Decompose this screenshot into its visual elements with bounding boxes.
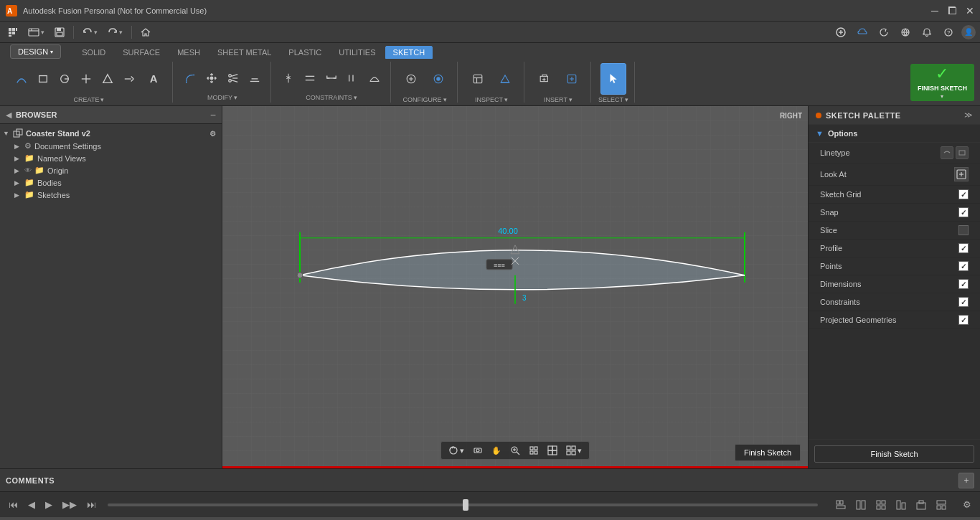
- nav-orbit-button[interactable]: ▾: [446, 444, 467, 457]
- nav-pan-button[interactable]: ✋: [489, 445, 504, 457]
- fillet-tool[interactable]: [180, 67, 200, 90]
- finish-sketch-bottom-button[interactable]: Finish Sketch: [735, 444, 801, 461]
- circle-tool[interactable]: [55, 67, 75, 90]
- grid-menu-button[interactable]: [4, 25, 22, 39]
- viewport-tools-button-5[interactable]: [913, 498, 930, 511]
- viewport-tools-button-6[interactable]: [933, 498, 950, 511]
- constraints-dropdown-icon[interactable]: ▾: [354, 94, 357, 101]
- viewport-tools-button-4[interactable]: [892, 498, 910, 511]
- rectangle-tool[interactable]: [33, 67, 53, 90]
- insert-tool-2[interactable]: [559, 63, 585, 95]
- linetype-icon-2[interactable]: [956, 146, 969, 159]
- nav-zoom-button[interactable]: [507, 444, 523, 457]
- redo-button[interactable]: ▾: [104, 25, 126, 39]
- finish-sketch-button[interactable]: ✓ FINISH SKETCH ▾: [910, 64, 974, 101]
- timeline-track[interactable]: [108, 504, 818, 506]
- refresh-button[interactable]: [875, 25, 892, 39]
- viewport-tools-button-3[interactable]: [872, 498, 890, 511]
- horizontal-tool[interactable]: [321, 67, 341, 90]
- globe-button[interactable]: [897, 25, 914, 39]
- save-button[interactable]: [51, 25, 68, 39]
- offset-tool[interactable]: [245, 67, 265, 90]
- points-checkbox[interactable]: [958, 261, 969, 271]
- tree-origin-eye-icon[interactable]: 👁: [24, 166, 32, 174]
- sketch-grid-checkbox[interactable]: [958, 189, 969, 199]
- look-at-button[interactable]: [954, 167, 969, 181]
- timeline-go-start-button[interactable]: ⏮: [6, 498, 21, 511]
- create-dropdown-icon[interactable]: ▾: [100, 96, 104, 103]
- configure-tool-1[interactable]: [398, 63, 424, 95]
- user-avatar[interactable]: 👤: [961, 25, 976, 39]
- modify-dropdown-icon[interactable]: ▾: [234, 94, 237, 101]
- tree-root[interactable]: ▼ Coaster Stand v2 ⚙: [0, 127, 222, 140]
- tangent-tool[interactable]: [364, 67, 385, 90]
- timeline-next-button[interactable]: ▶▶: [60, 498, 80, 511]
- trim-tool[interactable]: [223, 67, 243, 90]
- slice-checkbox[interactable]: [958, 225, 969, 235]
- help-button[interactable]: ?: [940, 25, 957, 39]
- constraints-checkbox[interactable]: [958, 297, 969, 307]
- options-header[interactable]: ▼ Options: [809, 125, 980, 143]
- tab-mesh[interactable]: MESH: [169, 46, 208, 59]
- nav-look-from-button[interactable]: [470, 444, 486, 457]
- restore-button[interactable]: ⧠: [947, 5, 957, 16]
- snap-checkbox[interactable]: [958, 207, 969, 217]
- tab-utilities[interactable]: UTILITIES: [331, 46, 383, 59]
- viewport-tools-button-1[interactable]: [832, 498, 849, 511]
- inspect-tool-1[interactable]: [465, 63, 491, 95]
- notification-button[interactable]: [918, 25, 936, 39]
- point-tool[interactable]: [76, 67, 96, 90]
- file-menu-button[interactable]: ▾: [24, 25, 48, 39]
- dimensions-checkbox[interactable]: [958, 279, 969, 289]
- linetype-icon-1[interactable]: [941, 146, 953, 159]
- inspect-dropdown-icon[interactable]: ▾: [504, 96, 508, 103]
- undo-button[interactable]: ▾: [79, 25, 101, 39]
- sketch-palette-expand-icon[interactable]: ≫: [964, 110, 973, 120]
- select-tool[interactable]: [600, 63, 626, 95]
- insert-tool-1[interactable]: [532, 63, 557, 95]
- configure-tool-2[interactable]: [425, 63, 451, 95]
- tab-solid[interactable]: SOLID: [74, 46, 113, 59]
- arc-tool[interactable]: [11, 67, 32, 90]
- profile-checkbox[interactable]: [958, 243, 969, 253]
- viewport-tools-button-2[interactable]: [852, 498, 870, 511]
- timeline-playhead[interactable]: [463, 499, 468, 511]
- tree-named-views[interactable]: ▶ 📁 Named Views: [0, 152, 222, 164]
- home-button[interactable]: [137, 25, 154, 39]
- add-button[interactable]: [832, 25, 849, 39]
- equal-tool[interactable]: [300, 67, 320, 90]
- tab-sketch[interactable]: SKETCH: [385, 46, 433, 59]
- window-controls[interactable]: ─ ⧠ ✕: [931, 5, 974, 16]
- tree-bodies[interactable]: ▶ 📁 Bodies: [0, 176, 222, 189]
- nav-grid-display-button[interactable]: ▾: [563, 444, 585, 457]
- timeline-settings-button[interactable]: ⚙: [960, 498, 974, 511]
- polygon-tool[interactable]: [98, 67, 118, 90]
- inspect-tool-2[interactable]: [492, 63, 518, 95]
- timeline-go-end-button[interactable]: ⏭: [84, 498, 99, 511]
- cloud-button[interactable]: [854, 25, 871, 39]
- timeline-prev-button[interactable]: ◀: [25, 498, 38, 511]
- browser-minimize-icon[interactable]: −: [210, 109, 216, 120]
- select-dropdown-icon[interactable]: ▾: [625, 96, 628, 103]
- configure-dropdown-icon[interactable]: ▾: [443, 96, 447, 103]
- text-tool[interactable]: A: [141, 63, 166, 95]
- parallel-tool[interactable]: [343, 67, 363, 90]
- comments-add-button[interactable]: +: [958, 473, 974, 488]
- viewport[interactable]: RIGHT 40.00 3 !: [222, 106, 808, 468]
- timeline-play-button[interactable]: ▶: [42, 498, 55, 511]
- tree-document-settings[interactable]: ▶ ⚙ Document Settings: [0, 140, 222, 152]
- tree-sketches[interactable]: ▶ 📁 Sketches: [0, 189, 222, 201]
- extend-tool[interactable]: [119, 67, 139, 90]
- tab-sheet-metal[interactable]: SHEET METAL: [209, 46, 279, 59]
- tab-plastic[interactable]: PLASTIC: [281, 46, 329, 59]
- insert-dropdown-icon[interactable]: ▾: [569, 96, 573, 103]
- tree-origin[interactable]: ▶ 👁 📁 Origin: [0, 164, 222, 176]
- nav-display-button[interactable]: [545, 444, 560, 457]
- finish-sketch-palette-button[interactable]: Finish Sketch: [814, 445, 974, 463]
- design-dropdown[interactable]: DESIGN ▾: [10, 44, 61, 59]
- close-button[interactable]: ✕: [966, 5, 974, 16]
- move-tool[interactable]: [202, 67, 222, 90]
- tab-surface[interactable]: SURFACE: [115, 46, 168, 59]
- browser-collapse-icon[interactable]: ◀: [6, 110, 11, 120]
- coincident-tool[interactable]: [278, 67, 298, 90]
